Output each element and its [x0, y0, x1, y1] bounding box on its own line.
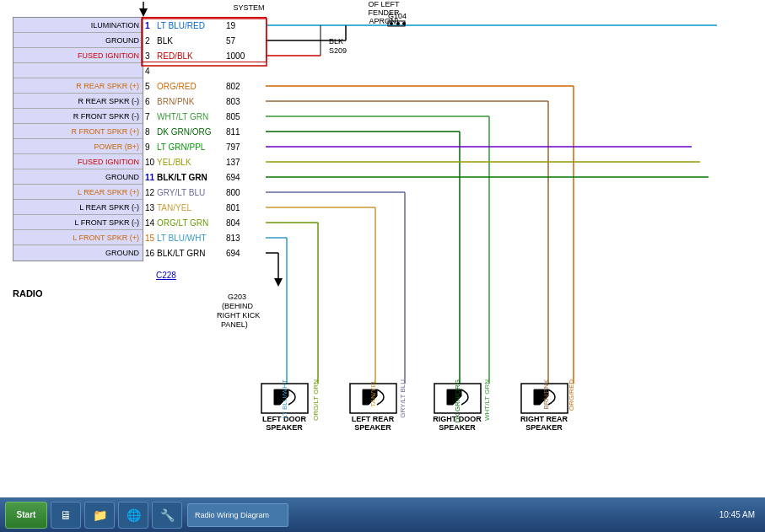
svg-text:RIGHT REAR: RIGHT REAR — [520, 415, 568, 423]
svg-text:LT BLU/WHT: LT BLU/WHT — [281, 379, 288, 419]
svg-text:57: 57 — [226, 36, 236, 46]
svg-text:694: 694 — [226, 249, 240, 258]
svg-text:813: 813 — [226, 234, 240, 243]
svg-text:LT BLU/WHT: LT BLU/WHT — [157, 234, 207, 243]
svg-text:11: 11 — [145, 173, 155, 182]
svg-text:3: 3 — [145, 51, 150, 61]
svg-text:16: 16 — [145, 249, 155, 258]
svg-text:801: 801 — [226, 203, 240, 212]
svg-text:ORG/LT GRN: ORG/LT GRN — [312, 379, 320, 421]
svg-text:7: 7 — [145, 112, 150, 121]
svg-point-63 — [402, 22, 406, 25]
svg-text:SPEAKER: SPEAKER — [266, 423, 303, 432]
svg-text:BLK: BLK — [157, 36, 173, 46]
svg-text:804: 804 — [226, 218, 240, 228]
svg-text:LEFT REAR: LEFT REAR — [352, 415, 395, 423]
svg-text:BRN/PNK: BRN/PNK — [542, 379, 550, 409]
svg-text:LT BLU/RED: LT BLU/RED — [157, 21, 205, 30]
svg-text:GRY/LT BLU: GRY/LT BLU — [399, 379, 407, 418]
svg-text:BLK/LT GRN: BLK/LT GRN — [157, 173, 207, 182]
svg-text:803: 803 — [226, 97, 240, 106]
svg-text:1000: 1000 — [226, 51, 245, 61]
taskbar-icon-3: 🌐 — [127, 508, 141, 522]
svg-text:GRY/LT BLU: GRY/LT BLU — [157, 188, 205, 197]
svg-text:TAN/YEL: TAN/YEL — [369, 379, 377, 406]
svg-text:PANEL): PANEL) — [221, 320, 248, 329]
svg-text:SPEAKER: SPEAKER — [439, 423, 476, 432]
svg-text:6: 6 — [145, 97, 150, 106]
taskbar-icon-4: 🔧 — [160, 508, 175, 522]
svg-text:10: 10 — [145, 158, 155, 167]
taskbar-icon-1: 🖥 — [60, 508, 72, 522]
svg-text:19: 19 — [226, 21, 236, 30]
svg-point-61 — [390, 22, 393, 25]
svg-text:S209: S209 — [329, 46, 347, 55]
c228-label: C228 — [156, 271, 176, 280]
svg-point-62 — [396, 22, 400, 25]
diagram-area: ILUMINATION GROUND FUSED IGNITION R REAR… — [0, 0, 765, 497]
svg-text:ORG/RED: ORG/RED — [157, 82, 197, 91]
svg-text:802: 802 — [226, 82, 240, 91]
svg-marker-110 — [139, 8, 148, 17]
active-window-button[interactable]: Radio Wiring Diagram — [187, 503, 288, 527]
svg-text:WHT/LT GRN: WHT/LT GRN — [483, 379, 491, 421]
svg-text:797: 797 — [226, 142, 240, 152]
taskbar-clock: 10:45 AM — [713, 510, 762, 519]
wiring-diagram-svg: SYSTEM OF LEFT FENDER APRON) 1 LT BLU/RE… — [0, 0, 765, 497]
taskbar-icon-2: 📁 — [93, 508, 107, 522]
svg-text:1: 1 — [145, 21, 150, 30]
svg-text:DK GRN/ORG: DK GRN/ORG — [454, 379, 461, 423]
svg-text:LT GRN/PPL: LT GRN/PPL — [157, 142, 206, 152]
svg-text:805: 805 — [226, 112, 240, 121]
svg-text:YEL/BLK: YEL/BLK — [157, 158, 191, 167]
svg-text:ORG/RED: ORG/RED — [568, 379, 575, 411]
svg-text:13: 13 — [145, 203, 155, 212]
svg-text:694: 694 — [226, 173, 240, 182]
svg-text:RED/BLK: RED/BLK — [157, 51, 193, 61]
start-button[interactable]: Start — [5, 502, 47, 529]
start-label: Start — [17, 510, 36, 519]
svg-text:WHT/LT GRN: WHT/LT GRN — [157, 112, 208, 121]
svg-text:G203: G203 — [228, 293, 246, 301]
svg-text:G104: G104 — [388, 12, 407, 20]
svg-text:OF LEFT: OF LEFT — [368, 0, 400, 8]
svg-text:BRN/PNK: BRN/PNK — [157, 97, 195, 106]
svg-text:(BEHIND: (BEHIND — [222, 302, 254, 310]
svg-text:14: 14 — [145, 218, 155, 228]
svg-text:ORG/LT GRN: ORG/LT GRN — [157, 218, 208, 228]
svg-text:9: 9 — [145, 142, 150, 152]
svg-text:4: 4 — [145, 67, 150, 76]
active-window-label: Radio Wiring Diagram — [195, 511, 269, 519]
svg-text:SPEAKER: SPEAKER — [525, 423, 563, 432]
svg-text:12: 12 — [145, 188, 155, 197]
svg-text:TAN/YEL: TAN/YEL — [157, 203, 191, 212]
taskbar-btn-2[interactable]: 📁 — [84, 502, 115, 529]
svg-text:15: 15 — [145, 234, 155, 243]
taskbar-btn-3[interactable]: 🌐 — [118, 502, 148, 529]
svg-text:2: 2 — [145, 36, 150, 46]
svg-text:8: 8 — [145, 127, 150, 137]
svg-text:811: 811 — [226, 127, 240, 137]
svg-text:SPEAKER: SPEAKER — [354, 423, 391, 432]
taskbar: Start 🖥 📁 🌐 🔧 Radio Wiring Diagram 10:45… — [0, 497, 765, 532]
svg-text:DK GRN/ORG: DK GRN/ORG — [157, 127, 212, 137]
svg-text:137: 137 — [226, 158, 240, 167]
svg-marker-50 — [274, 278, 283, 287]
svg-text:RIGHT KICK: RIGHT KICK — [217, 311, 260, 320]
svg-text:800: 800 — [226, 188, 240, 197]
system-top-label: SYSTEM — [233, 3, 264, 12]
taskbar-btn-4[interactable]: 🔧 — [152, 502, 182, 529]
svg-text:BLK: BLK — [329, 37, 343, 46]
svg-text:BLK/LT GRN: BLK/LT GRN — [157, 249, 205, 258]
taskbar-btn-1[interactable]: 🖥 — [51, 502, 81, 529]
svg-text:5: 5 — [145, 82, 150, 91]
